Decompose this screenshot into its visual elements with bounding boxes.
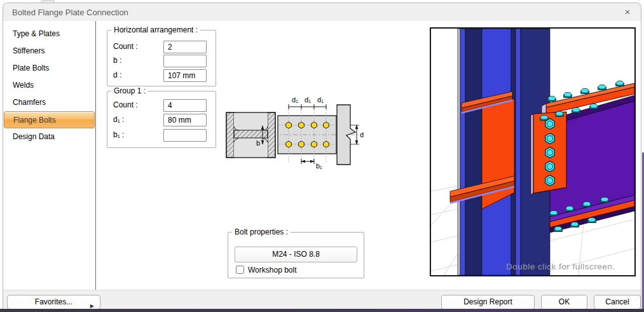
b-input[interactable]: [163, 55, 207, 67]
dim-d1-label-1: d₁: [292, 96, 298, 104]
cancel-button[interactable]: Cancel: [594, 295, 641, 309]
design-report-button[interactable]: Design Report: [441, 295, 535, 309]
workshop-bolt-label: Workshop bolt: [248, 266, 296, 275]
group1-count-input[interactable]: [163, 99, 207, 112]
background-window-edge: [0, 309, 644, 312]
group1-b1-input[interactable]: [163, 129, 207, 142]
bolt-properties-label: Bolt properties :: [232, 227, 291, 236]
group1-d1-label: d₁ :: [113, 115, 124, 124]
d-input[interactable]: [163, 69, 207, 82]
sidebar-item-flange-bolts[interactable]: Flange Bolts: [4, 111, 95, 128]
dim-d1-label-2: d₁: [305, 96, 311, 104]
3d-connection-render: Double click for fullscreen.: [431, 29, 634, 275]
sidebar-item-chamfers[interactable]: Chamfers: [3, 94, 95, 111]
sidebar-item-type-plates[interactable]: Type & Plates: [3, 25, 95, 43]
group1-b1-label: b₁ :: [113, 130, 124, 139]
horizontal-arrangement-group: Horizontal arrangement : Count : b : d :: [107, 30, 216, 86]
dialog-body: Type & Plates Stiffeners Plate Bolts Wel…: [3, 21, 641, 290]
close-icon[interactable]: ×: [622, 6, 633, 18]
bolt-properties-group: Bolt properties : M24 - ISO 8.8 Workshop…: [228, 232, 364, 278]
dialog-titlebar[interactable]: Bolted Flange Plate Connection ×: [3, 3, 641, 21]
count-input[interactable]: [163, 41, 207, 53]
bolted-flange-plate-connection-dialog: Bolted Flange Plate Connection × Type & …: [3, 3, 641, 309]
group1-d1-input[interactable]: [163, 114, 207, 126]
favorites-expand-icon: ▶: [90, 299, 94, 309]
dialog-footer: Favorites... ▶ Design Report OK Cancel: [3, 290, 641, 309]
group1-count-label: Count :: [113, 100, 138, 109]
d-label: d :: [113, 71, 121, 79]
workshop-bolt-checkbox[interactable]: [236, 266, 244, 274]
sidebar-item-welds[interactable]: Welds: [3, 77, 95, 94]
b-label: b :: [113, 56, 121, 65]
sidebar-item-design-data[interactable]: Design Data: [3, 128, 95, 146]
dim-b1-label: b₁: [316, 162, 322, 170]
bolt-type-button[interactable]: M24 - ISO 8.8: [235, 247, 357, 262]
dialog-title: Bolted Flange Plate Connection: [12, 8, 128, 17]
group1-label: Group 1 :: [111, 86, 148, 95]
count-label: Count :: [113, 42, 138, 51]
dim-d1-label-3: d₁: [317, 96, 324, 104]
dim-d-label: d: [360, 131, 364, 139]
screen: Bolted Flange Plate Connection × Type & …: [0, 0, 644, 312]
sidebar: Type & Plates Stiffeners Plate Bolts Wel…: [3, 21, 96, 290]
horizontal-arrangement-label: Horizontal arrangement :: [111, 25, 200, 34]
sidebar-item-stiffeners[interactable]: Stiffeners: [3, 43, 95, 60]
fullscreen-hint: Double click for fullscreen.: [506, 262, 615, 271]
dim-b-label: b: [256, 139, 260, 147]
group1-group: Group 1 : Count : d₁ : b₁ :: [107, 91, 216, 148]
favorites-button[interactable]: Favorites... ▶: [7, 295, 100, 309]
ok-button[interactable]: OK: [541, 295, 587, 309]
bolt-arrangement-schematic: b: [224, 96, 367, 175]
favorites-label: Favorites...: [35, 297, 72, 306]
3d-viewport[interactable]: Double click for fullscreen.: [430, 27, 636, 276]
sidebar-item-plate-bolts[interactable]: Plate Bolts: [3, 60, 95, 77]
